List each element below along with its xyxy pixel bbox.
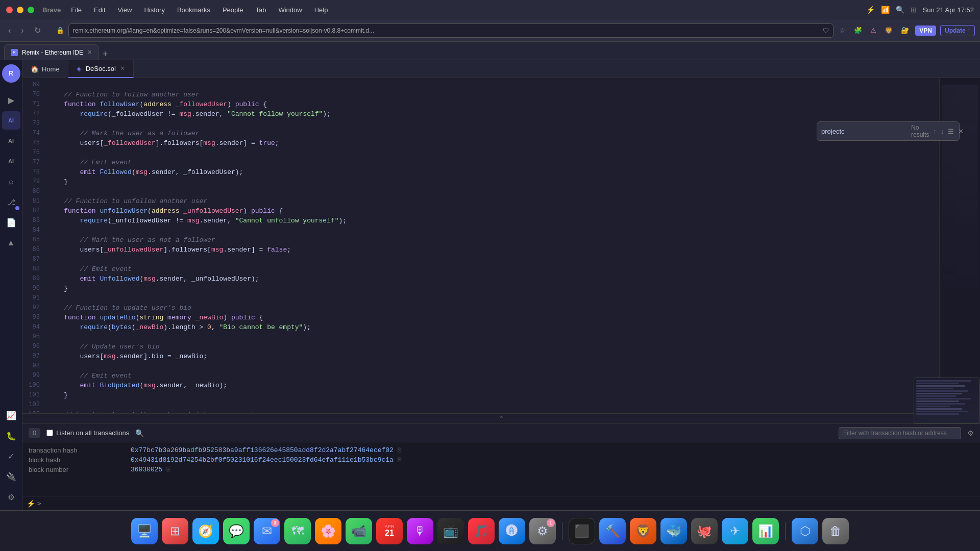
line-number: 83	[22, 216, 48, 226]
tx-hash-copy-button[interactable]: ⎘	[398, 447, 401, 454]
dock-terminal[interactable]: ⬛	[569, 518, 595, 544]
control-center-icon[interactable]: ⊞	[911, 6, 917, 14]
code-line-77: 77 // Emit event	[22, 158, 939, 167]
vpn-button[interactable]: VPN	[915, 26, 936, 36]
listen-checkbox-input[interactable]	[46, 430, 53, 436]
debug-sidebar-icon[interactable]: 🐛	[2, 427, 20, 445]
dock-trash[interactable]: 🗑	[822, 518, 849, 544]
line-content: // Function to update user's bio	[48, 303, 939, 313]
dock-finder[interactable]: 🖥️	[131, 518, 158, 544]
tab-favicon: R	[11, 49, 18, 56]
dock-numbers[interactable]: 📊	[752, 518, 779, 544]
code-line-102: 102	[22, 400, 939, 410]
code-editor[interactable]: 69 70 // Function to follow another user…	[22, 78, 939, 413]
search-next-button[interactable]: ↓	[941, 128, 944, 135]
tx-count: 0	[29, 428, 40, 438]
analytics-sidebar-icon[interactable]: 📈	[2, 406, 20, 424]
menu-tab[interactable]: Tab	[253, 5, 268, 15]
dock-telegram[interactable]: ✈	[722, 518, 748, 544]
dock-docker[interactable]: 🐳	[660, 518, 687, 544]
search-field[interactable]	[821, 128, 907, 135]
dock-appstore[interactable]: 🅐	[499, 518, 525, 544]
listen-checkbox-label[interactable]: Listen on all transactions	[46, 429, 129, 437]
filter-search-icon[interactable]: 🔍	[135, 429, 144, 437]
left-sidebar: R ▶ AI AI AI ⌕ ⎇ 📄 ▲ 📈 🐛 ✓ 🔌 ⚙	[0, 60, 22, 510]
menu-view[interactable]: View	[116, 5, 134, 15]
run-icon[interactable]: ▶	[2, 91, 20, 109]
search-sidebar-icon[interactable]: ⌕	[2, 172, 20, 191]
dock-github[interactable]: 🐙	[691, 518, 718, 544]
block-number-copy-button[interactable]: ⎘	[166, 466, 170, 473]
line-content: // Emit event	[48, 371, 939, 381]
dock-launchpad[interactable]: ⊞	[162, 518, 188, 544]
files-sidebar-icon[interactable]: 📄	[2, 213, 20, 232]
block-hash-label: block hash	[29, 456, 131, 464]
browser-tab-remix[interactable]: R Remix - Ethereum IDE ✕	[4, 44, 99, 60]
dock-mail[interactable]: ✉ 3	[254, 518, 280, 544]
console-toggle-icon[interactable]: ⚡	[27, 499, 35, 508]
extensions-icon[interactable]: 🧩	[852, 27, 864, 34]
search-menu-icon[interactable]: 🔍	[896, 6, 904, 14]
dock-safari[interactable]: 🧭	[192, 518, 219, 544]
dock-facetime[interactable]: 📹	[346, 518, 372, 544]
filter-input[interactable]	[839, 427, 961, 439]
menu-history[interactable]: History	[142, 5, 166, 15]
forward-button[interactable]: ›	[18, 24, 27, 37]
line-number: 92	[22, 303, 48, 313]
dock-podcasts[interactable]: 🎙	[407, 518, 433, 544]
new-tab-button[interactable]: +	[99, 49, 112, 60]
ai3-icon[interactable]: AI	[2, 152, 20, 170]
dock-xcode[interactable]: 🔨	[599, 518, 626, 544]
line-number: 101	[22, 390, 48, 400]
menu-file[interactable]: File	[69, 5, 84, 15]
settings-gear-icon[interactable]: ⚙	[967, 429, 974, 437]
tab-close-button[interactable]: ✕	[87, 49, 92, 56]
line-number: 91	[22, 293, 48, 303]
dock-music[interactable]: 🎵	[468, 518, 495, 544]
search-close-button[interactable]: ✕	[958, 128, 964, 135]
minimize-button[interactable]	[17, 7, 23, 13]
traffic-lights[interactable]	[6, 7, 34, 13]
dock-vscode[interactable]: ⬡	[792, 518, 818, 544]
menu-edit[interactable]: Edit	[92, 5, 107, 15]
bookmark-icon[interactable]: ☆	[838, 27, 848, 34]
dock-tv[interactable]: 📺	[437, 518, 464, 544]
dock-photos[interactable]: 🌸	[315, 518, 341, 544]
test-sidebar-icon[interactable]: ✓	[2, 447, 20, 465]
close-button[interactable]	[6, 7, 13, 13]
app-name: Brave	[42, 6, 61, 14]
menu-bookmarks[interactable]: Bookmarks	[175, 5, 212, 15]
code-line-85: 85 // Mark the user as not a follower	[22, 235, 939, 245]
search-prev-button[interactable]: ↑	[933, 128, 937, 135]
menu-help[interactable]: Help	[312, 5, 330, 15]
menu-people[interactable]: People	[220, 5, 245, 15]
update-button[interactable]: Update ↑	[940, 25, 975, 36]
plugin-sidebar-icon[interactable]: 🔌	[2, 467, 20, 486]
ai-icon[interactable]: AI	[2, 111, 20, 130]
deploy-sidebar-icon[interactable]: ▲	[2, 234, 20, 252]
desoc-tab-close[interactable]: ✕	[120, 65, 125, 72]
brave-rewards-icon[interactable]: 🦁	[883, 27, 895, 34]
back-button[interactable]: ‹	[5, 24, 14, 37]
menu-window[interactable]: Window	[276, 5, 304, 15]
settings-sidebar-icon[interactable]: ⚙	[2, 488, 20, 506]
vpn-icon[interactable]: 🔐	[899, 27, 911, 34]
ai2-icon[interactable]: AI	[2, 132, 20, 150]
dock-calendar[interactable]: APR 21	[376, 518, 403, 544]
maximize-button[interactable]	[28, 7, 34, 13]
line-content	[48, 80, 939, 90]
dock-messages[interactable]: 💬	[223, 518, 250, 544]
expand-toggle[interactable]: ⌃	[22, 413, 980, 423]
home-file-tab[interactable]: 🏠 Home	[22, 60, 68, 78]
address-bar[interactable]: remix.ethereum.org/#lang=en&optimize=fal…	[68, 23, 834, 38]
refresh-button[interactable]: ↻	[31, 23, 44, 37]
dock-maps[interactable]: 🗺	[284, 518, 311, 544]
dock-systemprefs[interactable]: ⚙ 1	[529, 518, 556, 544]
git-sidebar-icon[interactable]: ⎇	[2, 193, 20, 211]
code-line-97: 97 users[msg.sender].bio = _newBio;	[22, 352, 939, 361]
alert-icon[interactable]: ⚠	[868, 27, 878, 34]
dock-brave[interactable]: 🦁	[630, 518, 656, 544]
search-options-button[interactable]: ☰	[948, 128, 954, 135]
block-hash-copy-button[interactable]: ⎘	[398, 457, 401, 464]
desoc-file-tab[interactable]: ◈ DeSoc.sol ✕	[68, 60, 134, 78]
